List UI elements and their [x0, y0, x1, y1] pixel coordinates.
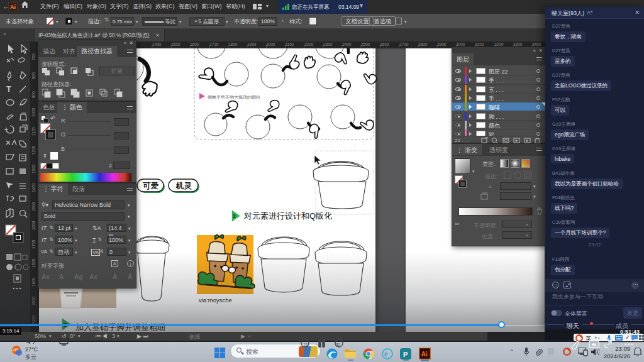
- svg-text:T: T: [6, 84, 11, 94]
- svg-text:对元素进行设计和Q版化: 对元素进行设计和Q版化: [243, 211, 332, 221]
- svg-text:Ạ: Ạ: [59, 273, 64, 281]
- svg-text:Á: Á: [113, 273, 117, 280]
- svg-text:via:moysche: via:moysche: [199, 297, 232, 304]
- svg-text:À: À: [128, 273, 132, 280]
- svg-text:侧面手势不明大拇指的朝向: 侧面手势不明大拇指的朝向: [208, 95, 260, 100]
- svg-text:Ag: Ag: [74, 273, 82, 280]
- svg-text:多云: 多云: [25, 354, 36, 360]
- svg-text:2: 2: [233, 213, 236, 219]
- svg-text:机灵: 机灵: [175, 182, 192, 190]
- svg-text:可爱: 可爱: [142, 182, 159, 190]
- svg-text:e: e: [384, 349, 388, 358]
- svg-text:Ax: Ax: [89, 273, 97, 280]
- svg-text:10: 10: [303, 343, 308, 346]
- svg-text:Ai: Ai: [421, 350, 428, 358]
- svg-text:30: 30: [336, 343, 340, 346]
- svg-text:Ax: Ax: [42, 273, 50, 280]
- svg-text:P: P: [403, 351, 408, 358]
